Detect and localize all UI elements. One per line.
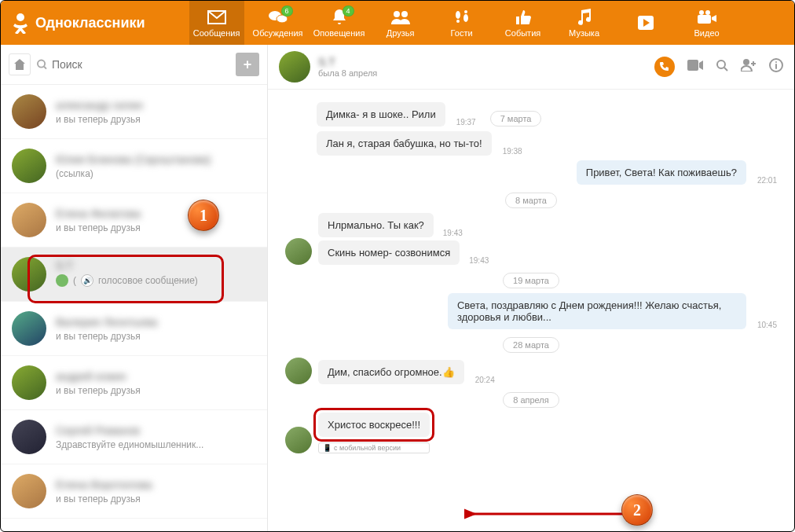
date-separator: 8 марта — [505, 193, 557, 208]
nav-guests[interactable]: Гости — [434, 1, 489, 45]
nav-video[interactable]: Видео — [680, 1, 735, 45]
bubble-avatar — [285, 358, 312, 384]
contact-item-active[interactable]: S.Т (🔊голосовое сообщение) — [1, 248, 267, 302]
date-separator: 28 марта — [503, 337, 559, 353]
msg-in: Лан я, старая бабушка, но ты-то!19:38 — [317, 131, 777, 156]
call-button[interactable] — [654, 57, 675, 77]
svg-point-16 — [743, 59, 749, 65]
search-input[interactable] — [52, 58, 229, 71]
videocam-icon — [687, 60, 703, 71]
mobile-tag: 📱с мобильной версии — [318, 442, 430, 453]
music-icon — [577, 9, 592, 26]
chat-search-button[interactable] — [716, 59, 728, 75]
thumb-up-icon: 👍 — [442, 366, 455, 378]
contact-item[interactable]: александр силини вы теперь друзья — [1, 85, 267, 139]
svg-point-5 — [456, 11, 460, 19]
contact-item[interactable]: Валерия Леонтьеваи вы теперь друзья — [1, 302, 267, 356]
chat-title: S.Т — [318, 56, 647, 68]
msg-out: Привет, Света! Как поживаешь?22:01 — [285, 160, 777, 185]
sidebar-header: + — [1, 45, 267, 85]
info-button[interactable] — [769, 58, 783, 75]
annotation-arrow — [464, 482, 637, 530]
badge: 6 — [281, 6, 293, 17]
svg-point-15 — [717, 61, 725, 68]
svg-point-7 — [456, 20, 460, 23]
add-user-button[interactable] — [741, 59, 757, 75]
home-button[interactable] — [9, 53, 31, 75]
nav-discussions[interactable]: 6 Обсуждения — [251, 1, 306, 45]
ok-logo-icon — [12, 12, 29, 34]
msg-out: Света, поздравляю с Днем рождения!!! Жел… — [285, 293, 777, 329]
add-button[interactable]: + — [236, 53, 259, 76]
sidebar: + александр силини вы теперь друзья Юлия… — [1, 45, 268, 531]
msg-in: Нлрмально. Ты как?19:43 Скинь номер- соз… — [285, 213, 777, 265]
svg-point-4 — [401, 11, 408, 17]
thumb-up-icon — [515, 9, 532, 26]
svg-point-8 — [464, 10, 467, 13]
nav-events[interactable]: События — [496, 1, 551, 45]
videocam-icon — [697, 9, 717, 26]
mobile-icon: 📱 — [323, 444, 332, 452]
contact-item[interactable]: Елена Филатоваи вы теперь друзья — [1, 193, 267, 248]
chat-subtitle: была 8 апреля — [318, 68, 647, 78]
contact-item[interactable]: Елена Воротиловаи вы теперь друзья — [1, 464, 267, 519]
chat-pane: S.Т была 8 апреля Димка- я в шоке.. Рили… — [268, 45, 794, 531]
date-separator: 7 марта — [490, 111, 542, 127]
topbar: Одноклассники Сообщения 6 Обсуждения 4 О… — [1, 1, 794, 45]
speaker-icon: 🔊 — [81, 274, 93, 287]
phone-icon — [659, 61, 670, 72]
svg-rect-14 — [687, 60, 698, 71]
svg-rect-12 — [698, 15, 711, 24]
video-call-button[interactable] — [687, 60, 703, 74]
svg-point-3 — [394, 11, 400, 17]
friends-icon — [390, 9, 411, 26]
brand-text: Одноклассники — [35, 15, 145, 31]
svg-point-11 — [705, 10, 710, 15]
nav-video-play[interactable] — [618, 1, 673, 45]
callout-marker-2: 2 — [621, 494, 653, 526]
contact-item[interactable]: андрей кожини вы теперь друзья — [1, 356, 267, 410]
contact-item[interactable]: Сергей РомановЗдравствуйте единомышленни… — [1, 410, 267, 464]
svg-point-0 — [16, 13, 24, 21]
envelope-icon — [207, 9, 226, 26]
badge: 4 — [343, 6, 354, 17]
search-field[interactable] — [37, 58, 229, 71]
info-icon — [769, 58, 783, 72]
nav-music[interactable]: Музыка — [557, 1, 612, 45]
home-icon — [13, 58, 26, 71]
contact-item[interactable]: Юлия Блинова (Скроштанова)(ссылка) — [1, 139, 267, 193]
svg-point-13 — [38, 60, 45, 67]
date-separator: 8 апреля — [503, 392, 559, 408]
date-separator: 19 марта — [503, 273, 559, 288]
msg-in: Димка- я в шоке.. Рили19:37 7 марта — [317, 102, 777, 127]
svg-point-6 — [463, 14, 468, 22]
footprints-icon — [453, 9, 471, 26]
msg-in: Дим, спасибо огромное.👍 20:24 — [285, 358, 777, 384]
nav-messages[interactable]: Сообщения — [189, 1, 244, 45]
msg-in-highlighted: Христос воскресе!!! 📱с мобильной версии — [285, 413, 777, 453]
search-icon — [37, 59, 47, 70]
mini-avatar — [56, 274, 68, 287]
play-icon — [637, 14, 654, 31]
search-icon — [716, 59, 728, 72]
contact-list[interactable]: александр силини вы теперь друзья Юлия Б… — [1, 85, 267, 531]
chat-header: S.Т была 8 апреля — [268, 45, 794, 90]
nav-friends[interactable]: Друзья — [373, 1, 428, 45]
chat-body[interactable]: Димка- я в шоке.. Рили19:37 7 марта Лан … — [268, 90, 794, 531]
top-nav: Сообщения 6 Обсуждения 4 Оповещения Друз… — [189, 1, 735, 45]
nav-notifications[interactable]: 4 Оповещения — [312, 1, 367, 45]
bubble-avatar — [285, 427, 312, 453]
callout-marker-1: 1 — [188, 200, 219, 231]
svg-point-10 — [699, 10, 704, 15]
bubble-avatar — [285, 238, 312, 265]
person-plus-icon — [741, 59, 757, 72]
chat-avatar[interactable] — [279, 51, 310, 83]
logo[interactable]: Одноклассники — [12, 12, 145, 34]
